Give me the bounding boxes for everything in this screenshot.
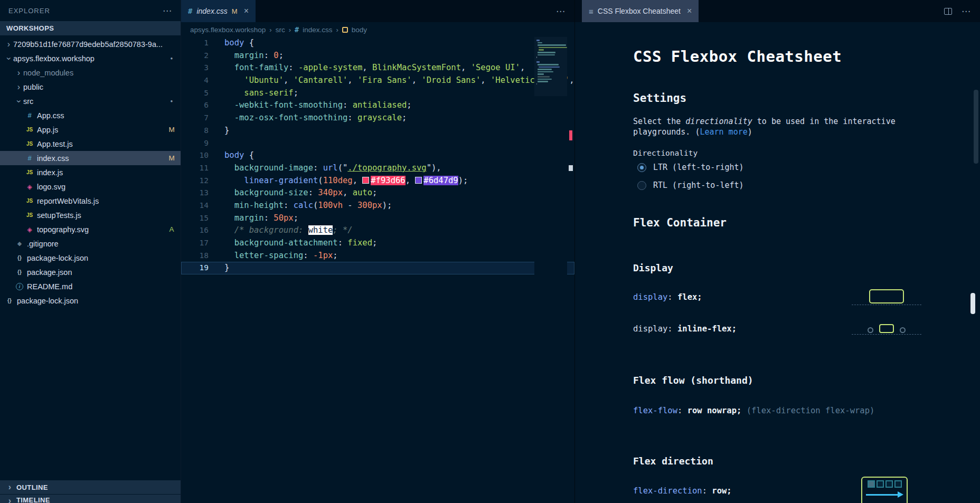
minimap-line	[538, 69, 552, 70]
split-editor-icon[interactable]	[944, 8, 952, 15]
tree-item-src[interactable]: ›src●	[0, 94, 181, 108]
code-line-11[interactable]: 11 background-image: url("./topography.s…	[181, 162, 574, 175]
breadcrumb-root[interactable]: apsys.flexbox.workshop	[190, 26, 266, 34]
code-text: font-family: -apple-system, BlinkMacSyst…	[209, 62, 574, 74]
flex-flow-snippet: flex-flow: row nowrap; (flex-direction f…	[633, 406, 874, 415]
tree-item-package-lock-json[interactable]: {}package-lock.json	[0, 293, 181, 308]
panel-actions: ⋯	[944, 0, 980, 22]
code-line-1[interactable]: 1body {	[181, 37, 574, 50]
token-val: fixed	[347, 238, 372, 248]
radio-label[interactable]: RTL (right-to-left)	[653, 181, 744, 190]
code-line-18[interactable]: 18 letter-spacing: -1px;	[181, 250, 574, 262]
radio-ltr[interactable]: LTR (left-to-right)	[637, 163, 744, 172]
tree-item-setuptests-js[interactable]: JSsetupTests.js	[0, 208, 181, 222]
token-swp	[415, 177, 422, 184]
tab-index-css[interactable]: # index.css M ×	[181, 0, 256, 22]
tree-item-logo-svg[interactable]: ◈logo.svg	[0, 179, 181, 194]
line-number: 6	[181, 99, 209, 112]
line-number: 7	[181, 112, 209, 125]
flex-items	[864, 480, 904, 488]
close-icon[interactable]: ×	[687, 6, 692, 16]
sidebar-more-icon[interactable]: ⋯	[163, 5, 172, 16]
snippet-colon: :	[677, 406, 687, 415]
section-timeline[interactable]: › TIMELINE	[0, 494, 181, 503]
minimap-line	[539, 47, 567, 49]
breadcrumb-file[interactable]: index.css	[303, 26, 332, 34]
file-label: index.css	[37, 154, 167, 163]
tree-item-topography-svg[interactable]: ◈topography.svgA	[0, 222, 181, 236]
settings-heading: Settings	[633, 92, 686, 105]
code-line-17[interactable]: 17 background-attachment: fixed;	[181, 237, 574, 250]
tree-item-public[interactable]: ›public	[0, 80, 181, 94]
tree-item-node-modules[interactable]: ›node_modules	[0, 65, 181, 80]
radio-button[interactable]	[637, 181, 646, 190]
code-line-5[interactable]: 5 sans-serif;	[181, 87, 574, 100]
code-line-15[interactable]: 15 margin: 50px;	[181, 212, 574, 225]
more-actions-icon[interactable]: ⋯	[962, 6, 970, 17]
token-num: 0	[274, 51, 278, 60]
radio-rtl[interactable]: RTL (right-to-left)	[637, 181, 744, 190]
tree-item-readme-md[interactable]: iREADME.md	[0, 279, 181, 293]
code-line-6[interactable]: 6 -webkit-font-smoothing: antialiased;	[181, 99, 574, 112]
token-fg: ,	[353, 176, 363, 185]
code-line-4[interactable]: 4 'Ubuntu', 'Cantarell', 'Fira Sans', 'D…	[181, 74, 574, 87]
token-fg: ,	[347, 75, 357, 85]
token-ws	[224, 63, 234, 72]
editor-tab-bar: # index.css M × ⋯	[181, 0, 574, 22]
tree-item-app-js[interactable]: JSApp.jsM	[0, 122, 181, 137]
scrollbar-thumb[interactable]	[974, 90, 978, 164]
breadcrumb-symbol[interactable]: body	[352, 26, 367, 34]
tree-item-index-css[interactable]: #index.cssM	[0, 151, 181, 165]
file-label: reportWebVitals.js	[37, 197, 176, 205]
section-workshops[interactable]: WORKSHOPS	[0, 21, 181, 35]
code-editor[interactable]: 1body {2 margin: 0;3 font-family: -apple…	[181, 37, 574, 503]
breadcrumb-folder[interactable]: src	[276, 26, 285, 34]
code-line-7[interactable]: 7 -moz-osx-font-smoothing: grayscale;	[181, 112, 574, 125]
code-line-14[interactable]: 14 min-height: calc(100vh - 300px);	[181, 200, 574, 212]
webview-icon: ≡	[589, 7, 593, 16]
json-file-icon: {}	[14, 255, 25, 261]
tree-item-index-js[interactable]: JSindex.js	[0, 165, 181, 179]
tree-item-app-test-js[interactable]: JSApp.test.js	[0, 137, 181, 151]
token-fg: :	[303, 251, 313, 260]
webview-scrollbar-thumb[interactable]	[970, 293, 975, 314]
display-property-link[interactable]: display	[633, 292, 667, 302]
tree-item-7209b51d1fe76877d9edeb5af2850783-9a[interactable]: ›7209b51d1fe76877d9edeb5af2850783-9a...	[0, 37, 181, 51]
token-num: 50px	[274, 213, 293, 223]
chevron-right-icon: ›	[14, 68, 23, 78]
tree-item-apsys-flexbox-workshop[interactable]: ›apsys.flexbox.workshop●	[0, 51, 181, 65]
inline-item-circle	[900, 327, 906, 333]
tree-item-app-css[interactable]: #App.css	[0, 108, 181, 122]
token-num: 300px	[357, 201, 382, 210]
file-label: App.test.js	[37, 140, 176, 148]
flex-direction-property-link[interactable]: flex-direction	[633, 486, 702, 496]
code-line-2[interactable]: 2 margin: 0;	[181, 50, 574, 62]
flex-flow-property-link[interactable]: flex-flow	[633, 406, 677, 415]
code-line-13[interactable]: 13 background-size: 340px, auto;	[181, 187, 574, 200]
radio-button-checked[interactable]	[637, 163, 646, 172]
section-outline[interactable]: › OUTLINE	[0, 480, 181, 494]
tab-css-flexbox-cheatsheet[interactable]: ≡ CSS Flexbox Cheatsheet ×	[582, 0, 699, 22]
code-line-3[interactable]: 3 font-family: -apple-system, BlinkMacSy…	[181, 62, 574, 74]
line-number: 5	[181, 87, 209, 100]
learn-more-link[interactable]: Learn more	[700, 127, 747, 137]
tree-item-package-json[interactable]: {}package.json	[0, 265, 181, 279]
tree-item-reportwebvitals-js[interactable]: JSreportWebVitals.js	[0, 194, 181, 208]
code-line-10[interactable]: 10body {	[181, 149, 574, 162]
code-line-16[interactable]: 16 /* background: white; */	[181, 224, 574, 237]
line-number: 4	[181, 74, 209, 87]
code-line-8[interactable]: 8}	[181, 125, 574, 137]
radio-label[interactable]: LTR (left-to-right)	[653, 163, 744, 172]
code-line-9[interactable]: 9	[181, 137, 574, 150]
more-actions-icon[interactable]: ⋯	[556, 6, 565, 17]
token-num: 100vh	[318, 201, 343, 210]
token-fg: ,	[406, 176, 416, 185]
code-line-19[interactable]: 19}	[181, 262, 574, 274]
token-fg: :	[308, 188, 318, 197]
code-line-12[interactable]: 12 linear-gradient(110deg, #f93d66, #6d4…	[181, 175, 574, 187]
tree-item-gitignore[interactable]: ◆.gitignore	[0, 236, 181, 251]
code-text: margin: 50px;	[209, 212, 574, 225]
tree-item-package-lock-json[interactable]: {}package-lock.json	[0, 251, 181, 265]
minimap[interactable]	[534, 37, 567, 503]
close-icon[interactable]: ×	[244, 6, 249, 16]
